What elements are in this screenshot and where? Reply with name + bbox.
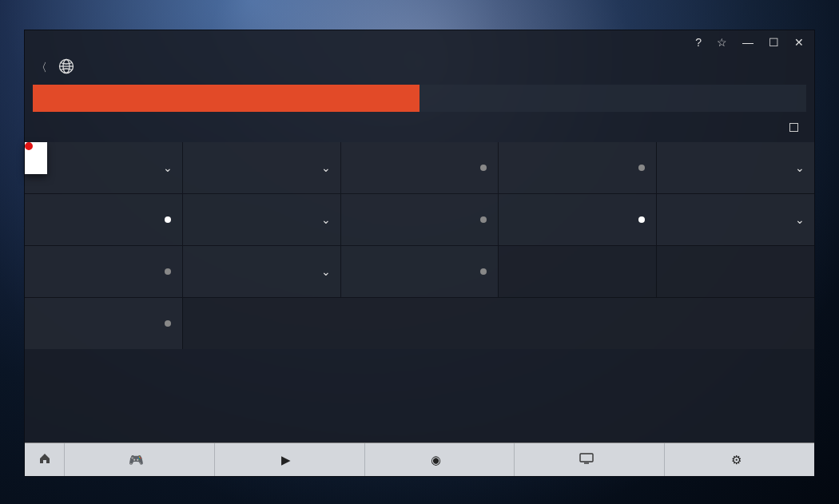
home-icon: [38, 452, 51, 467]
star-icon[interactable]: ☆: [717, 36, 730, 49]
chevron-down-icon: ⌄: [321, 161, 331, 174]
setting-power-efficiency[interactable]: [25, 246, 182, 297]
globe-icon: [58, 58, 74, 78]
help-icon[interactable]: ?: [695, 36, 704, 49]
gamepad-icon: 🎮: [129, 453, 144, 467]
svg-rect-3: [580, 454, 593, 462]
nav-display[interactable]: [515, 443, 665, 476]
description-row: [25, 112, 814, 142]
gpu-workload-dropdown[interactable]: [25, 142, 47, 174]
bottom-nav: 🎮 ▶ ◉ ⚙: [25, 442, 814, 476]
titlebar: ? ☆ — ☐ ✕: [25, 30, 814, 54]
tab-global-graphics[interactable]: [33, 85, 420, 112]
nav-gaming[interactable]: 🎮: [65, 443, 215, 476]
setting-opengl-triple-buffering[interactable]: [341, 194, 499, 245]
empty-cell: [657, 246, 814, 297]
toggle-indicator: [165, 216, 171, 223]
tab-global-wattman[interactable]: [420, 85, 806, 112]
close-icon[interactable]: ✕: [794, 36, 806, 49]
setting-anisotropic-mode[interactable]: [499, 142, 656, 193]
toggle-indicator: [638, 165, 645, 171]
setting-chill[interactable]: [341, 246, 499, 297]
top-tabs: [33, 85, 806, 112]
chevron-down-icon: ⌄: [163, 161, 173, 174]
setting-morphological-filtering[interactable]: [341, 142, 499, 193]
relive-icon: ◉: [431, 453, 441, 467]
toggle-indicator: [165, 268, 171, 275]
empty-cell: [499, 246, 656, 297]
toggle-indicator: [480, 268, 487, 275]
empty-cell: [183, 298, 814, 349]
chevron-down-icon: ⌄: [795, 213, 805, 226]
reset-icon: [789, 123, 798, 132]
toggle-indicator: [480, 165, 487, 171]
chevron-down-icon: ⌄: [321, 265, 331, 278]
setting-surface-format-optimization[interactable]: [25, 194, 182, 245]
maximize-icon[interactable]: ☐: [769, 36, 781, 49]
reset-button[interactable]: [789, 123, 803, 132]
setting-gpu-workload[interactable]: ⌄: [183, 246, 340, 297]
gpu-workload-option-compute[interactable]: [25, 158, 47, 174]
chevron-down-icon: ⌄: [795, 161, 805, 174]
radeon-settings-window: ? ☆ — ☐ ✕ 〈 ⌄: [24, 30, 815, 477]
setting-aa-mode[interactable]: ⌄: [25, 142, 182, 193]
toggle-indicator: [165, 320, 171, 327]
nav-relive[interactable]: ◉: [365, 443, 515, 476]
nav-home[interactable]: [25, 443, 65, 476]
setting-tessellation-mode[interactable]: ⌄: [657, 194, 814, 245]
nav-system[interactable]: ⚙: [665, 443, 814, 476]
gpu-workload-option-graphics[interactable]: [25, 142, 47, 158]
settings-grid: ⌄ ⌄ ⌄ ⌄: [25, 142, 814, 349]
chevron-down-icon: ⌄: [321, 213, 331, 226]
play-icon: ▶: [281, 453, 291, 467]
setting-shader-cache[interactable]: [499, 194, 656, 245]
system-icon: ⚙: [731, 453, 742, 467]
toggle-indicator: [480, 216, 487, 223]
setting-wait-vertical-refresh[interactable]: ⌄: [183, 194, 340, 245]
setting-aa-method[interactable]: ⌄: [183, 142, 340, 193]
back-icon[interactable]: 〈: [36, 61, 47, 75]
window-controls: ? ☆ — ☐ ✕: [695, 36, 806, 49]
page-header: 〈: [25, 54, 814, 81]
setting-frame-rate-target-control[interactable]: [25, 298, 182, 349]
minimize-icon[interactable]: —: [742, 36, 756, 49]
setting-texture-filtering-quality[interactable]: ⌄: [657, 142, 814, 193]
nav-video[interactable]: ▶: [215, 443, 365, 476]
display-icon: [579, 453, 594, 466]
toggle-indicator: [638, 216, 645, 223]
